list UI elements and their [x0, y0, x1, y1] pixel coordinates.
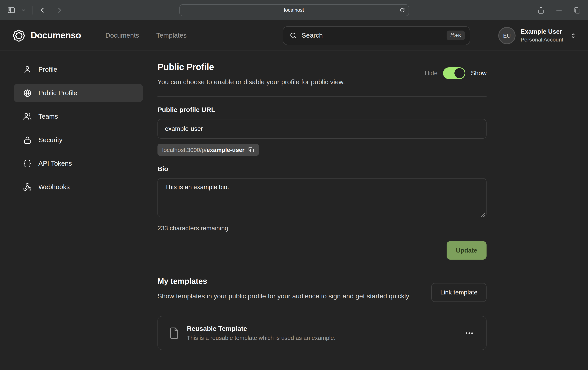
search-box[interactable]: ⌘+K	[283, 26, 470, 45]
section-divider	[158, 96, 486, 97]
nav-templates[interactable]: Templates	[156, 31, 187, 39]
sidebar-item-label: API Tokens	[38, 160, 72, 167]
globe-icon	[23, 89, 32, 97]
reload-button[interactable]	[399, 7, 405, 13]
toggle-show-label: Show	[471, 70, 486, 77]
tabs-overview-icon	[573, 6, 581, 14]
account-type: Personal Account	[521, 36, 563, 43]
public-profile-settings: Public Profile You can choose to enable …	[158, 51, 486, 350]
public-profile-url-input[interactable]	[158, 119, 486, 139]
bio-textarea[interactable]: This is an example bio.	[158, 178, 486, 217]
url-preview-prefix: localhost:3000/p/	[162, 146, 207, 153]
search-shortcut-badge: ⌘+K	[447, 31, 465, 40]
user-icon	[23, 65, 32, 74]
address-bar-url: localhost	[284, 7, 304, 13]
braces-icon	[23, 159, 32, 168]
template-list-item[interactable]: Reusable Template This is a reusable tem…	[158, 316, 486, 350]
sidebar-item-api-tokens[interactable]: API Tokens	[14, 154, 143, 173]
copy-icon	[248, 147, 254, 153]
file-icon	[169, 327, 179, 339]
sidebar-item-label: Profile	[38, 66, 57, 73]
chevron-right-icon	[55, 6, 63, 14]
search-icon	[290, 32, 297, 39]
sidebar-item-label: Security	[38, 136, 63, 144]
brand-name: Documenso	[31, 30, 81, 41]
chevron-down-icon	[21, 8, 26, 12]
share-button[interactable]	[536, 5, 546, 15]
profile-visibility-toggle[interactable]	[443, 67, 465, 79]
documenso-logo-icon	[12, 28, 26, 42]
sidebar-item-teams[interactable]: Teams	[14, 107, 143, 126]
sidebar-toggle-button[interactable]	[6, 5, 16, 15]
toggle-hide-label: Hide	[425, 70, 438, 77]
search-input[interactable]	[302, 31, 442, 39]
sidebar-item-profile[interactable]: Profile	[14, 60, 143, 79]
url-preview-slug: example-user	[207, 146, 244, 153]
ellipsis-icon	[466, 332, 467, 334]
toolbar-divider	[32, 6, 32, 14]
lock-icon	[23, 136, 32, 144]
account-name: Example User	[521, 28, 563, 36]
visibility-toggle-group: Hide Show	[425, 67, 486, 79]
my-templates-description: Show templates in your public profile fo…	[158, 291, 409, 302]
plus-icon	[555, 6, 563, 14]
template-description: This is a reusable template which is use…	[187, 334, 336, 342]
nav-documents[interactable]: Documents	[105, 31, 139, 39]
new-tab-button[interactable]	[554, 5, 564, 15]
account-menu[interactable]: EU Example User Personal Account	[498, 27, 576, 44]
sidebar-item-label: Webhooks	[38, 183, 70, 191]
reload-icon	[399, 7, 405, 13]
bio-field-label: Bio	[158, 165, 486, 173]
resize-grip[interactable]	[481, 213, 485, 217]
tab-overview-button[interactable]	[572, 5, 582, 15]
my-templates-title: My templates	[158, 277, 409, 286]
back-button[interactable]	[38, 5, 47, 15]
sidebar-dropdown-button[interactable]	[20, 7, 27, 13]
brand-logo[interactable]: Documenso	[12, 28, 81, 42]
avatar: EU	[498, 27, 515, 44]
url-field-label: Public profile URL	[158, 106, 486, 114]
settings-sidebar: Profile Public Profile Teams Security AP…	[14, 60, 143, 196]
sidebar-item-public-profile[interactable]: Public Profile	[14, 84, 143, 102]
main-nav: Documents Templates	[105, 31, 187, 39]
sidebar-item-label: Public Profile	[38, 89, 77, 97]
url-preview-chip: localhost:3000/p/example-user	[158, 144, 259, 156]
forward-button[interactable]	[54, 5, 64, 15]
copy-url-button[interactable]	[248, 147, 254, 153]
sidebar-item-label: Teams	[38, 113, 58, 120]
webhook-icon	[23, 183, 32, 191]
sidebar-item-security[interactable]: Security	[14, 131, 143, 149]
page-description: You can choose to enable or disable your…	[158, 78, 345, 86]
template-title: Reusable Template	[187, 324, 336, 334]
chevron-left-icon	[39, 6, 47, 14]
template-more-options-button[interactable]	[463, 330, 475, 336]
sidebar-item-webhooks[interactable]: Webhooks	[14, 178, 143, 196]
toggle-knob	[454, 68, 465, 78]
characters-remaining: 233 characters remaining	[158, 225, 486, 232]
browser-toolbar: localhost	[0, 0, 588, 20]
app-header: Documenso Documents Templates ⌘+K EU Exa…	[0, 20, 588, 51]
update-button[interactable]: Update	[447, 241, 486, 260]
chevrons-up-down-icon	[570, 32, 576, 39]
page-title: Public Profile	[158, 62, 345, 72]
users-icon	[23, 112, 32, 121]
panel-left-icon	[7, 6, 16, 14]
share-icon	[537, 6, 545, 14]
link-template-button[interactable]: Link template	[431, 283, 486, 302]
address-bar[interactable]: localhost	[179, 4, 409, 16]
